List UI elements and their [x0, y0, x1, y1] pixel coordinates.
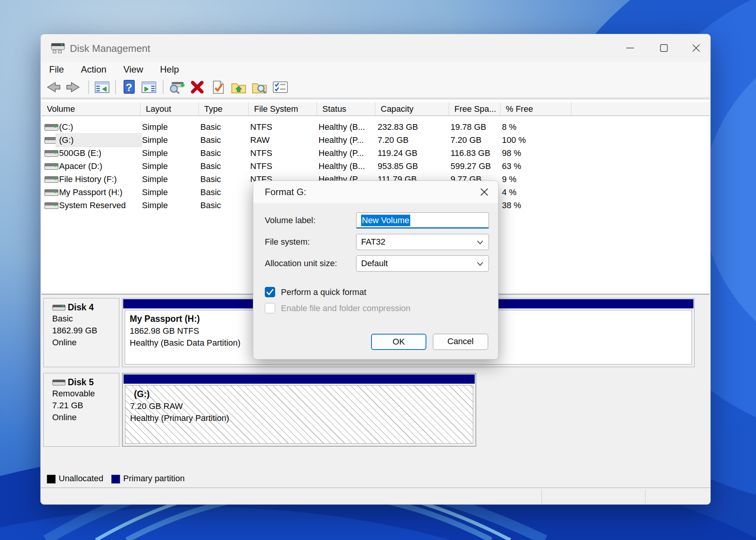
toolbar-separator — [115, 80, 116, 94]
disk-management-window: Disk Management File Action View Help — [40, 34, 711, 505]
forward-arrow-icon[interactable] — [64, 78, 83, 96]
status-bar — [41, 487, 710, 505]
close-button[interactable] — [685, 40, 707, 56]
chevron-down-icon — [475, 260, 485, 268]
column-header-pct-free[interactable]: % Free — [500, 102, 571, 116]
quick-format-checkbox[interactable] — [265, 287, 275, 297]
file-system-label: File system: — [265, 234, 310, 250]
column-header-volume[interactable]: Volume — [41, 102, 140, 116]
maximize-button[interactable] — [653, 40, 675, 56]
menu-view[interactable]: View — [115, 62, 152, 77]
window-title: Disk Management — [70, 43, 150, 55]
column-header-blank — [571, 102, 710, 116]
column-header-free-space[interactable]: Free Spa... — [449, 102, 500, 116]
table-row[interactable]: 500GB (E:) Simple Basic NTFS Healthy (P.… — [41, 147, 710, 160]
dialog-title: Format G: — [265, 187, 306, 197]
column-header-type[interactable]: Type — [199, 102, 249, 116]
chevron-down-icon — [475, 238, 485, 247]
back-arrow-icon[interactable] — [44, 78, 62, 96]
volume-label-label: Volume label: — [265, 212, 315, 229]
partition-info: (G:) 7.20 GB RAW Healthy (Primary Partit… — [125, 385, 473, 444]
document-check-icon[interactable] — [209, 78, 227, 96]
toolbar-separator — [88, 80, 89, 94]
disk-size: 7.21 GB — [52, 399, 119, 411]
volume-drive-icon — [45, 202, 58, 209]
dialog-close-icon[interactable] — [477, 185, 492, 199]
disk-icon — [52, 379, 66, 386]
allocation-unit-value: Default — [361, 258, 388, 268]
volume-drive-icon — [45, 176, 58, 183]
console-tree-icon[interactable] — [93, 78, 111, 96]
legend-primary-partition: Primary partition — [123, 474, 185, 484]
menu-help[interactable]: Help — [152, 62, 187, 77]
allocation-unit-select[interactable]: Default — [356, 255, 489, 272]
window-titlebar[interactable]: Disk Management — [41, 34, 710, 62]
delete-icon[interactable] — [188, 78, 206, 96]
compression-label: Enable file and folder compression — [281, 303, 411, 314]
menu-action[interactable]: Action — [73, 62, 115, 77]
partition-health: Healthy (Primary Partition) — [130, 412, 473, 424]
disk-name: Disk 4 — [68, 302, 94, 313]
disk5-label[interactable]: Disk 5 Removable 7.21 GB Online — [43, 373, 119, 447]
table-row-selected[interactable]: (G:) Simple Basic RAW Healthy (P... 7.20… — [41, 134, 710, 147]
column-header-file-system[interactable]: File System — [249, 102, 317, 116]
cancel-button[interactable]: Cancel — [433, 334, 488, 350]
folder-search-icon[interactable] — [250, 78, 269, 96]
menu-bar: File Action View Help — [41, 62, 710, 77]
drive-search-icon[interactable] — [167, 78, 186, 96]
checklist-icon[interactable] — [271, 78, 289, 96]
file-system-select[interactable]: FAT32 — [356, 234, 489, 250]
column-header-layout[interactable]: Layout — [140, 102, 199, 116]
compression-checkbox — [265, 303, 275, 313]
volume-drive-icon — [45, 163, 58, 170]
primary-partition-stripe — [124, 374, 475, 384]
statusbar-divider — [645, 490, 645, 504]
table-row[interactable]: Apacer (D:) Simple Basic NTFS Healthy (B… — [41, 160, 710, 173]
legend-unallocated: Unallocated — [59, 474, 103, 484]
legend-bar: Unallocated Primary partition — [41, 472, 710, 486]
svg-text:?: ? — [125, 81, 132, 93]
disk-name: Disk 5 — [68, 377, 94, 388]
column-header-capacity[interactable]: Capacity — [375, 102, 449, 116]
volume-label-value: New Volume — [361, 215, 410, 226]
disk4-label[interactable]: Disk 4 Basic 1862.99 GB Online — [43, 298, 119, 367]
folder-up-icon[interactable] — [229, 78, 248, 96]
toolbar-separator — [163, 80, 163, 94]
unallocated-swatch — [47, 475, 56, 484]
disk5-partition-selected[interactable]: (G:) 7.20 GB RAW Healthy (Primary Partit… — [122, 373, 476, 447]
disk-icon — [52, 304, 66, 311]
file-system-value: FAT32 — [361, 237, 385, 247]
table-row[interactable]: (C:) Simple Basic NTFS Healthy (B... 232… — [41, 121, 710, 134]
primary-partition-swatch — [111, 475, 120, 484]
partition-title: (G:) — [130, 388, 473, 400]
partition-size: 7.20 GB RAW — [130, 400, 473, 412]
quick-format-label[interactable]: Perform a quick format — [281, 287, 366, 298]
disk-size: 1862.99 GB — [52, 325, 119, 336]
action-pane-icon[interactable] — [140, 78, 158, 96]
volume-drive-icon — [45, 150, 58, 157]
help-icon[interactable]: ? — [120, 78, 138, 96]
column-header-status[interactable]: Status — [317, 102, 375, 116]
allocation-unit-label: Allocation unit size: — [265, 255, 337, 272]
volume-drive-icon — [45, 124, 58, 131]
statusbar-divider — [541, 490, 542, 504]
minimize-button[interactable] — [619, 40, 641, 56]
disk-kind: Removable — [52, 388, 119, 399]
dialog-titlebar[interactable]: Format G: — [253, 181, 498, 203]
ok-button[interactable]: OK — [371, 334, 426, 350]
volume-drive-icon — [45, 189, 58, 196]
app-icon — [51, 43, 66, 54]
check-icon — [265, 287, 275, 297]
toolbar: ? — [41, 77, 710, 98]
format-dialog: Format G: Volume label: New Volume File … — [253, 181, 498, 359]
disk-kind: Basic — [52, 313, 119, 325]
disk-status: Online — [52, 336, 119, 348]
menu-file[interactable]: File — [41, 62, 73, 77]
disk-status: Online — [52, 411, 119, 423]
volume-label-input[interactable]: New Volume — [356, 212, 489, 229]
